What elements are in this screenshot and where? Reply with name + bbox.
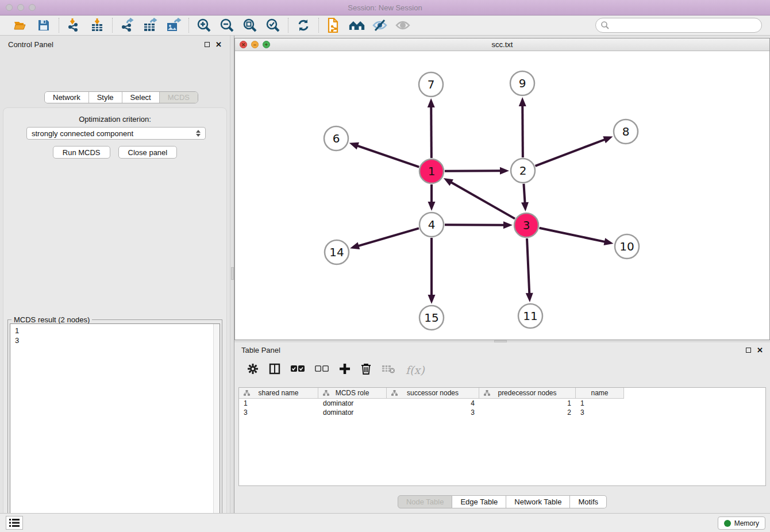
edge-3-10[interactable] [540, 228, 606, 242]
tab-node-table[interactable]: Node Table [398, 495, 453, 508]
network-view-window: ✕ − + scc.txt 7968124314101511 [234, 38, 770, 340]
mcds-result-group: MCDS result (2 nodes) 1 3 [7, 319, 222, 532]
task-history-button[interactable] [6, 516, 23, 530]
edge-1-7[interactable] [431, 106, 432, 158]
edge-3-11[interactable] [527, 238, 529, 294]
table-cell[interactable]: 1 [239, 399, 318, 408]
mcds-result-textarea[interactable]: 1 3 [10, 323, 220, 532]
table-cell[interactable]: 3 [576, 408, 624, 417]
tab-network[interactable]: Network [45, 92, 89, 103]
network-graph[interactable]: 7968124314101511 [235, 51, 769, 340]
graph-node-label-4: 4 [428, 218, 436, 232]
window-title: Session: New Session [0, 3, 770, 12]
select-all-checkboxes-icon[interactable] [291, 365, 305, 375]
graph-node-label-1: 1 [428, 164, 436, 178]
column-header-shared-name[interactable]: shared name [239, 388, 318, 399]
mcds-result-title: MCDS result (2 nodes) [11, 315, 92, 324]
criterion-value: strongly connected component [32, 129, 133, 138]
edge-4-14[interactable] [357, 228, 418, 246]
arrowhead-4-14 [350, 242, 360, 249]
refresh-icon[interactable] [295, 17, 311, 33]
mcds-result-lines: 1 3 [10, 324, 220, 345]
search-input[interactable] [595, 18, 762, 33]
open-file-icon[interactable] [13, 17, 29, 33]
edge-1-6[interactable] [357, 145, 419, 167]
criterion-select[interactable]: strongly connected component [26, 127, 206, 140]
close-panel-icon[interactable]: ✕ [215, 41, 222, 48]
memory-button[interactable]: Memory [718, 516, 765, 530]
import-table-icon[interactable] [89, 17, 105, 33]
memory-label: Memory [734, 519, 759, 527]
delete-column-icon[interactable] [361, 363, 371, 377]
edge-1-2[interactable] [445, 171, 501, 171]
table-cell[interactable]: 2 [479, 408, 576, 417]
table-cell[interactable]: 4 [387, 399, 479, 408]
tab-mcds[interactable]: MCDS [160, 92, 198, 103]
graph-node-label-8: 8 [622, 125, 630, 138]
network-window-title: scc.txt [235, 40, 769, 49]
tab-select[interactable]: Select [122, 92, 160, 103]
column-header-name[interactable]: name [576, 388, 624, 399]
column-type-icon [323, 390, 329, 396]
float-panel-icon[interactable] [205, 42, 210, 47]
vertical-splitter[interactable] [230, 36, 234, 513]
table-body[interactable]: 1dominator4113dominator323 [239, 399, 765, 417]
list-icon [9, 519, 20, 527]
table-tabs: Node Table Edge Table Network Table Moti… [234, 495, 770, 508]
export-network-icon[interactable] [120, 17, 136, 33]
edge-4-3[interactable] [445, 225, 505, 225]
node-table[interactable]: shared nameMCDS rolesuccessor nodesprede… [238, 387, 766, 486]
column-type-icon [391, 390, 398, 396]
result-scrollbar[interactable] [213, 324, 220, 532]
table-row[interactable]: 1dominator411 [239, 399, 765, 408]
split-columns-icon[interactable] [269, 363, 280, 377]
table-cell[interactable]: 1 [479, 399, 576, 408]
tab-motifs[interactable]: Motifs [570, 495, 607, 508]
column-header-predecessor-nodes[interactable]: predecessor nodes [479, 388, 576, 399]
table-cell[interactable]: dominator [318, 399, 387, 408]
home-icon[interactable] [349, 17, 365, 33]
add-column-icon[interactable] [339, 363, 351, 377]
save-session-icon[interactable] [36, 17, 52, 33]
column-type-icon [484, 390, 490, 396]
optimization-criterion-label: Optimization criterion: [3, 115, 226, 124]
zoom-in-icon[interactable] [196, 17, 212, 33]
table-header-row[interactable]: shared nameMCDS rolesuccessor nodesprede… [239, 388, 765, 399]
table-toolbar: f(x) [234, 357, 770, 381]
arrowhead-3-11 [526, 293, 533, 302]
edge-2-3[interactable] [523, 184, 525, 203]
table-panel-title: Table Panel [241, 346, 280, 354]
clone-network-icon[interactable] [326, 17, 342, 33]
import-network-icon[interactable] [66, 17, 82, 33]
export-image-icon[interactable] [165, 17, 182, 33]
tab-style[interactable]: Style [89, 92, 122, 103]
close-table-panel-icon[interactable]: ✕ [757, 346, 763, 354]
zoom-fit-icon[interactable] [242, 17, 258, 33]
column-header-MCDS-role[interactable]: MCDS role [318, 388, 387, 399]
edge-2-9[interactable] [522, 105, 523, 157]
zoom-selected-icon[interactable] [265, 17, 281, 33]
table-cell[interactable]: 1 [576, 399, 624, 408]
edge-2-8[interactable] [536, 139, 606, 165]
table-cell[interactable]: 3 [387, 408, 479, 417]
table-cell[interactable]: dominator [318, 408, 387, 417]
clear-checkboxes-icon[interactable] [315, 365, 329, 375]
tab-edge-table[interactable]: Edge Table [452, 495, 506, 508]
show-all-icon[interactable] [395, 17, 411, 33]
zoom-out-icon[interactable] [219, 17, 235, 33]
table-row[interactable]: 3dominator323 [239, 408, 765, 417]
export-table-icon[interactable] [143, 17, 159, 33]
memory-status-icon [724, 520, 731, 527]
edge-3-1[interactable] [451, 182, 515, 219]
network-window-titlebar[interactable]: ✕ − + scc.txt [235, 38, 769, 51]
float-table-panel-icon[interactable] [746, 348, 751, 353]
tab-network-table[interactable]: Network Table [506, 495, 570, 508]
table-cell[interactable]: 3 [239, 408, 318, 417]
gear-icon[interactable] [247, 363, 259, 377]
arrowhead-4-3 [503, 221, 513, 229]
network-canvas[interactable]: 7968124314101511 [235, 51, 769, 340]
hide-selected-icon[interactable] [372, 17, 388, 33]
run-mcds-button[interactable]: Run MCDS [53, 146, 110, 159]
close-panel-button[interactable]: Close panel [118, 146, 178, 159]
column-header-successor-nodes[interactable]: successor nodes [387, 388, 479, 399]
